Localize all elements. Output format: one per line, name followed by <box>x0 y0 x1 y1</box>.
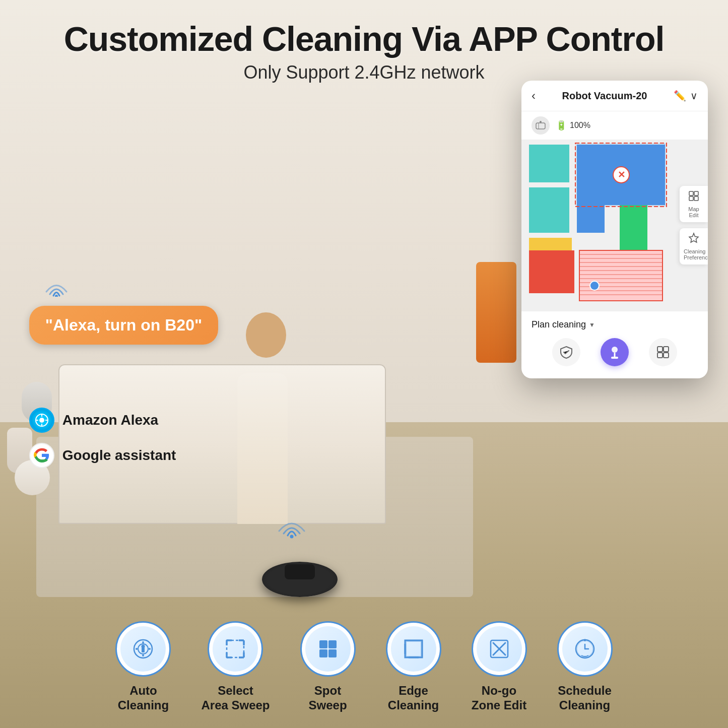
auto-cleaning-icon <box>130 636 156 661</box>
edge-cleaning-icon <box>401 636 426 661</box>
svg-rect-29 <box>657 347 663 352</box>
plan-grid-button[interactable] <box>649 338 677 366</box>
svg-rect-52 <box>319 649 327 657</box>
app-header: ‹ Robot Vacuum-20 ✏️ ∨ <box>521 81 708 111</box>
room-red <box>529 250 574 293</box>
svg-point-3 <box>39 418 44 423</box>
plan-cleaning-section: Plan cleaning <box>521 311 708 378</box>
select-area-circle <box>208 621 263 677</box>
plan-shield-button[interactable] <box>552 338 580 366</box>
select-area-icon <box>223 636 248 661</box>
nogo-zone-label: No-goZone Edit <box>472 684 526 713</box>
room-teal-1 <box>529 145 569 182</box>
plan-cleaning-active-button[interactable] <box>601 338 629 366</box>
spot-sweep-inner <box>305 626 351 672</box>
delete-x[interactable]: ✕ <box>618 170 625 180</box>
svg-rect-24 <box>689 196 693 201</box>
schedule-circle <box>557 621 613 677</box>
room-striped-bg <box>579 250 663 301</box>
app-header-left: ‹ <box>532 89 536 103</box>
edit-icon[interactable]: ✏️ <box>674 90 686 102</box>
google-icon <box>29 443 54 468</box>
plan-cleaning-label[interactable]: Plan cleaning <box>532 319 698 330</box>
svg-rect-25 <box>694 196 698 201</box>
edge-cleaning-label: EdgeCleaning <box>388 684 439 713</box>
expand-icon[interactable]: ∨ <box>690 90 698 102</box>
schedule-inner <box>562 626 608 672</box>
auto-cleaning-circle <box>115 621 171 677</box>
sub-title: Only Support 2.4GHz network <box>0 62 728 83</box>
feature-nogo-zone[interactable]: No-goZone Edit <box>472 621 527 713</box>
cleaning-pref-icon <box>684 232 704 247</box>
room-green <box>620 205 647 255</box>
feature-schedule[interactable]: ScheduleCleaning <box>557 621 613 713</box>
feature-edge-cleaning[interactable]: EdgeCleaning <box>386 621 441 713</box>
svg-rect-23 <box>694 191 698 195</box>
svg-rect-30 <box>664 347 669 352</box>
spot-sweep-circle <box>300 621 356 677</box>
schedule-cleaning-label: ScheduleCleaning <box>558 684 612 713</box>
svg-point-38 <box>142 654 144 656</box>
svg-rect-54 <box>405 640 422 657</box>
nogo-zone-icon <box>487 636 512 661</box>
feature-auto-cleaning[interactable]: AutoCleaning <box>115 621 171 713</box>
map-edit-button[interactable]: Map Edit <box>680 186 708 222</box>
svg-rect-31 <box>657 353 663 358</box>
bottom-features: AutoCleaning <box>0 621 728 713</box>
svg-rect-53 <box>328 649 337 657</box>
app-title: Robot Vacuum-20 <box>536 90 674 102</box>
svg-point-40 <box>149 648 151 650</box>
alexa-bubble: "Alexa, turn on B20" <box>29 306 218 345</box>
map-side-buttons: Map Edit Cleaning Preference <box>680 186 708 264</box>
app-subheader: 🔋 100% <box>521 111 708 140</box>
robot-status-icon <box>532 116 550 135</box>
svg-rect-32 <box>664 353 669 358</box>
battery-percentage: 100% <box>570 121 590 130</box>
battery-indicator: 🔋 100% <box>556 120 590 131</box>
content-overlay: Customized Cleaning Via APP Control Only… <box>0 0 728 728</box>
alexa-label: Amazon Alexa <box>62 412 158 428</box>
map-edit-icon <box>684 190 704 205</box>
alexa-icon <box>29 408 54 433</box>
feature-spot-sweep[interactable]: SpotSweep <box>300 621 356 713</box>
room-blue-2 <box>577 205 605 233</box>
title-section: Customized Cleaning Via APP Control Only… <box>0 20 728 83</box>
main-title: Customized Cleaning Via APP Control <box>0 20 728 58</box>
svg-rect-50 <box>319 640 327 648</box>
spot-sweep-label: SpotSweep <box>309 684 347 713</box>
svg-point-37 <box>142 641 144 643</box>
voice-assistants: Amazon Alexa Google assistant <box>29 408 176 478</box>
spot-sweep-icon <box>315 636 341 661</box>
phone-app: ‹ Robot Vacuum-20 ✏️ ∨ 🔋 100% <box>521 81 708 378</box>
floor-map-svg: ✕ <box>521 140 678 311</box>
floor-map: ✕ Map Edit <box>521 140 708 311</box>
svg-rect-28 <box>611 357 618 359</box>
back-arrow-icon[interactable]: ‹ <box>532 89 536 103</box>
select-area-label: SelectArea Sweep <box>201 684 270 713</box>
svg-rect-55 <box>406 641 421 656</box>
auto-cleaning-label: AutoCleaning <box>118 684 169 713</box>
svg-rect-36 <box>142 647 145 652</box>
svg-point-26 <box>612 347 618 353</box>
nogo-zone-inner <box>477 626 522 672</box>
edge-cleaning-circle <box>386 621 441 677</box>
svg-point-10 <box>540 121 542 123</box>
svg-rect-41 <box>227 640 244 657</box>
svg-point-63 <box>584 639 586 641</box>
alexa-assistant-item: Amazon Alexa <box>29 408 176 433</box>
robot-position-dot <box>590 281 599 290</box>
plan-icons-row <box>532 338 698 370</box>
svg-point-39 <box>136 648 138 650</box>
map-edit-label: Map Edit <box>684 206 704 218</box>
svg-rect-22 <box>689 191 693 195</box>
select-area-inner <box>213 626 258 672</box>
google-assistant-item: Google assistant <box>29 443 176 468</box>
svg-rect-8 <box>536 123 545 129</box>
edge-cleaning-inner <box>391 626 436 672</box>
cleaning-pref-button[interactable]: Cleaning Preference <box>680 228 708 264</box>
nogo-zone-circle <box>472 621 527 677</box>
svg-rect-51 <box>328 640 337 648</box>
schedule-icon <box>572 636 598 661</box>
room-teal-2 <box>529 187 569 233</box>
feature-select-area[interactable]: SelectArea Sweep <box>201 621 270 713</box>
